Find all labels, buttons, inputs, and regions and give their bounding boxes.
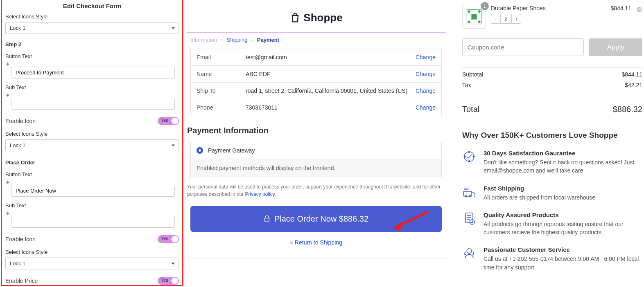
gateway-note: Enabled payment methods will display on … [191, 159, 441, 177]
benefit-icon [462, 185, 476, 200]
privacy-text: Your personal data will be used to proce… [186, 177, 446, 198]
coupon-input[interactable] [462, 38, 584, 56]
benefit-heading: 30 Days Satisfaction Gaurantee [484, 150, 642, 157]
svg-rect-10 [465, 213, 473, 223]
qty-badge: 1 [481, 2, 489, 10]
chevron-down-icon [172, 262, 175, 265]
select-icons-1[interactable]: Lock 1 [5, 22, 179, 34]
svg-rect-1 [471, 14, 477, 19]
enable-price-toggle[interactable]: Yes [158, 277, 179, 285]
cart-item-name: Durable Paper Shoes [491, 5, 606, 11]
enable-icon-toggle[interactable]: Yes [158, 117, 179, 125]
benefit-desc: All products go through rigorous testing… [484, 220, 642, 237]
subtotal-value: $844.11 [621, 71, 642, 78]
change-name[interactable]: Change [416, 71, 436, 77]
brand-logo: Shoppe [185, 0, 447, 32]
cart-item-price: $844.11 [610, 5, 631, 11]
bag-icon [289, 12, 301, 24]
step2-sub-text-input[interactable] [11, 98, 175, 110]
select-value: Lock 1 [5, 139, 179, 151]
summary-row-phone: Phone 7303673011 Change [191, 99, 441, 116]
total-label: Total [462, 105, 479, 114]
benefit-item: Fast ShippingAll orders are shipped from… [462, 185, 642, 202]
select-value: Lock 1 [5, 258, 179, 269]
sparkle-icon: ✦ [5, 61, 10, 67]
button-text-label-2: Button Text [5, 171, 179, 177]
place-order-button[interactable]: Place Order Now $886.32 [190, 206, 442, 232]
edit-title: Edit Checkout Form [2, 0, 182, 12]
select-icons-label-2: Select Icons Style [5, 131, 179, 137]
chevron-down-icon [172, 27, 175, 29]
bc-information[interactable]: Information [190, 37, 217, 43]
select-icons-3[interactable]: Lock 1 [5, 258, 179, 269]
enable-icon-label-2: Enable Icon [5, 236, 36, 242]
select-icons-label-3: Select Icons Style [5, 249, 179, 255]
lock-icon [264, 215, 270, 222]
change-phone[interactable]: Change [416, 104, 436, 111]
select-icons-label: Select Icons Style [5, 13, 179, 20]
qty-stepper: - 2 + [491, 14, 521, 24]
sparkle-icon: ✦ [5, 92, 10, 99]
benefit-icon [462, 246, 476, 261]
place-order-section-label: Place Order [5, 159, 179, 166]
step-2-label: Step 2 [5, 41, 179, 47]
chevron-right-icon: › [249, 37, 255, 43]
benefit-item: Quality Assured ProductsAll products go … [462, 211, 642, 237]
subtotal-label: Subtotal [462, 71, 483, 78]
product-thumbnail: 1 [462, 5, 486, 29]
summary-row-ship: Ship To road 1, street 2, California, Ca… [191, 83, 441, 99]
benefit-heading: Quality Assured Products [484, 211, 642, 218]
checkout-preview: Shoppe Information › Shipping › Payment … [185, 0, 447, 287]
place-button-text-input[interactable] [11, 185, 175, 197]
svg-point-12 [467, 249, 472, 253]
bc-shipping[interactable]: Shipping [227, 37, 248, 43]
payment-heading: Payment Information [187, 126, 446, 135]
checkout-box: Information › Shipping › Payment Email t… [186, 32, 446, 258]
enable-icon-toggle-2[interactable]: Yes [158, 235, 179, 243]
payment-gateway-box: Payment Gateway Enabled payment methods … [190, 142, 442, 177]
qty-value: 2 [500, 14, 512, 23]
bc-payment[interactable]: Payment [257, 37, 279, 43]
change-ship[interactable]: Change [416, 87, 436, 94]
select-icons-2[interactable]: Lock 1 [5, 139, 179, 151]
sub-text-label-2: Sub Text [5, 202, 179, 209]
gateway-option[interactable]: Payment Gateway [191, 142, 441, 159]
apply-coupon-button[interactable]: Apply [589, 38, 642, 56]
benefit-icon [462, 150, 476, 165]
benefit-icon [462, 211, 476, 226]
total-value: $886.32 [613, 105, 642, 114]
breadcrumb: Information › Shipping › Payment [186, 33, 446, 49]
cart-panel: 1 Durable Paper Shoes - 2 + $844.11 ⊗ Ap… [462, 5, 642, 271]
chevron-down-icon [172, 144, 175, 146]
privacy-link[interactable]: Privacy policy [245, 191, 274, 197]
sparkle-icon: ✦ [5, 210, 10, 217]
chevron-right-icon: › [219, 37, 225, 43]
benefit-item: Passionate Customer ServiceCall us at +1… [462, 246, 642, 271]
enable-icon-label: Enable Icon [5, 118, 36, 124]
remove-item-button[interactable]: ⊗ [636, 5, 642, 14]
change-email[interactable]: Change [416, 54, 436, 61]
button-text-label: Button Text [5, 53, 179, 59]
qty-plus-button[interactable]: + [512, 14, 521, 23]
benefit-heading: Passionate Customer Service [484, 246, 642, 253]
summary-row-email: Email test@gmail.com Change [191, 49, 441, 66]
place-sub-text-input[interactable] [11, 216, 175, 228]
edit-checkout-panel: Edit Checkout Form Select Icons Style Lo… [1, 0, 183, 286]
benefit-heading: Fast Shipping [484, 185, 595, 192]
benefit-desc: Call us at +1-202-555-0174 between 9:00 … [484, 255, 642, 271]
benefit-desc: Don't like something? Sent it back no qu… [484, 158, 642, 175]
cart-item: 1 Durable Paper Shoes - 2 + $844.11 ⊗ [462, 5, 642, 29]
select-value: Lock 1 [5, 22, 179, 34]
enable-price-label: Enable Price [5, 278, 38, 284]
tax-label: Tax [462, 82, 471, 88]
why-love-heading: Why Over 150K+ Customers Love Shoppe [462, 131, 642, 140]
qty-minus-button[interactable]: - [491, 14, 500, 23]
benefit-desc: All orders are shipped from local wareho… [484, 193, 595, 202]
return-to-shipping-link[interactable]: « Return to Shipping [186, 239, 446, 246]
summary-table: Email test@gmail.com Change Name ABC EDF… [190, 49, 442, 116]
sub-text-label: Sub Text [5, 84, 179, 90]
step2-button-text-input[interactable] [11, 67, 175, 78]
sparkle-icon: ✦ [5, 179, 10, 186]
tax-value: $42.21 [625, 82, 642, 88]
radio-icon [197, 147, 203, 154]
